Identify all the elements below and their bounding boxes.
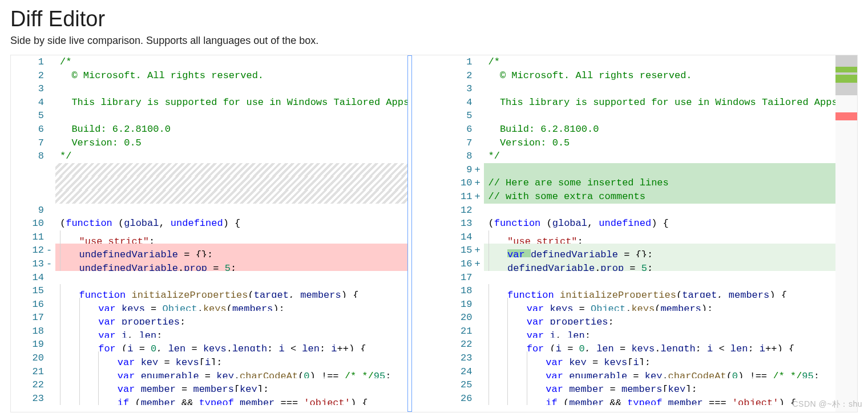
code-row[interactable]: 3 (11, 82, 407, 96)
code-row[interactable]: 19 var keys = Object.keys(members); (439, 298, 836, 311)
code-content[interactable]: /* (484, 55, 836, 69)
code-row[interactable]: 22 for (i = 0, len = keys.length; i < le… (439, 338, 836, 351)
code-content[interactable] (484, 82, 836, 96)
code-content[interactable]: for (i = 0, len = keys.length; i < len; … (484, 338, 836, 351)
code-content[interactable]: var i, len; (55, 325, 407, 338)
code-content[interactable] (55, 204, 407, 217)
code-row[interactable]: 13(function (global, undefined) { (439, 217, 836, 230)
code-row[interactable]: 16+ definedVariable.prop = 5; (439, 257, 836, 271)
code-content[interactable]: var keys = Object.keys(members); (55, 298, 407, 311)
diff-left-pane[interactable]: 1/*2 © Microsoft. All rights reserved.34… (11, 55, 407, 412)
code-row[interactable]: 8*/ (11, 149, 407, 163)
code-content[interactable]: var key = keys[i]; (484, 351, 836, 365)
code-row[interactable]: 15 function initializeProperties(target,… (11, 284, 407, 298)
diff-right-pane[interactable]: 1/*2 © Microsoft. All rights reserved.34… (439, 55, 836, 412)
code-row[interactable] (11, 176, 407, 190)
code-row[interactable]: 7 Version: 0.5 (439, 136, 836, 150)
code-content[interactable]: undefinedVariable.prop = 5; (55, 257, 407, 271)
code-row[interactable]: 16 var keys = Object.keys(members); (11, 298, 407, 311)
code-row[interactable]: 12 (439, 204, 836, 217)
code-content[interactable]: "use strict"; (55, 230, 407, 244)
left-scrollbar[interactable] (412, 55, 439, 412)
diff-overview-ruler[interactable] (835, 55, 857, 412)
code-content[interactable]: */ (484, 149, 836, 163)
code-row[interactable]: 5 (11, 109, 407, 123)
code-content[interactable]: var key = keys[i]; (55, 351, 407, 365)
code-row[interactable]: 15+ var definedVariable = {}; (439, 244, 836, 257)
code-content[interactable] (484, 204, 836, 217)
code-row[interactable]: 21 var enumerable = key.charCodeAt(0) !=… (11, 365, 407, 379)
code-content[interactable]: var enumerable = key.charCodeAt(0) !== /… (55, 365, 407, 379)
code-content[interactable]: Build: 6.2.8100.0 (484, 123, 836, 136)
code-row[interactable]: 1/* (11, 55, 407, 69)
code-row[interactable]: 14 "use strict"; (439, 230, 836, 244)
code-content[interactable] (55, 82, 407, 96)
code-row[interactable]: 6 Build: 6.2.8100.0 (11, 123, 407, 136)
code-row[interactable]: 18 var i, len; (11, 325, 407, 338)
code-row[interactable]: 11+// with some extra comments (439, 190, 836, 204)
code-row[interactable]: 3 (439, 82, 836, 96)
code-row[interactable]: 24 var enumerable = key.charCodeAt(0) !=… (439, 365, 836, 379)
code-content[interactable]: undefinedVariable = {}; (55, 244, 407, 257)
code-content[interactable]: This library is supported for use in Win… (55, 96, 407, 110)
code-content[interactable] (484, 109, 836, 123)
code-row[interactable]: 1/* (439, 55, 836, 69)
code-content[interactable]: var properties; (484, 311, 836, 325)
code-row[interactable]: 17 var properties; (11, 311, 407, 325)
code-content[interactable]: var properties; (55, 311, 407, 325)
code-row[interactable] (11, 190, 407, 204)
code-row[interactable]: 4 This library is supported for use in W… (439, 96, 836, 110)
code-row[interactable]: 17 (439, 271, 836, 285)
code-row[interactable]: 5 (439, 109, 836, 123)
code-content[interactable] (55, 176, 407, 190)
code-row[interactable]: 18 function initializeProperties(target,… (439, 284, 836, 298)
code-content[interactable] (55, 163, 407, 177)
code-content[interactable]: function initializeProperties(target, me… (484, 284, 836, 298)
code-row[interactable]: 20 var properties; (439, 311, 836, 325)
code-row[interactable]: 25 var member = members[key]; (439, 378, 836, 392)
code-content[interactable]: var enumerable = key.charCodeAt(0) !== /… (484, 365, 836, 379)
code-content[interactable]: definedVariable.prop = 5; (484, 257, 836, 271)
code-row[interactable]: 12- undefinedVariable = {}; (11, 244, 407, 257)
code-row[interactable]: 23 var key = keys[i]; (439, 351, 836, 365)
code-row[interactable]: 14 (11, 271, 407, 285)
code-row[interactable] (11, 163, 407, 177)
code-content[interactable]: /* (55, 55, 407, 69)
code-content[interactable]: for (i = 0, len = keys.length; i < len; … (55, 338, 407, 351)
code-row[interactable]: 10(function (global, undefined) { (11, 217, 407, 230)
code-row[interactable]: 9+ (439, 163, 836, 177)
code-content[interactable] (484, 163, 836, 177)
code-content[interactable]: if (member && typeof member === 'object'… (55, 392, 407, 406)
code-content[interactable]: "use strict"; (484, 230, 836, 244)
code-row[interactable]: 23 if (member && typeof member === 'obje… (11, 392, 407, 406)
splitter-handle[interactable] (407, 55, 412, 412)
code-content[interactable]: Version: 0.5 (484, 136, 836, 150)
code-content[interactable] (484, 271, 836, 285)
code-content[interactable]: function initializeProperties(target, me… (55, 284, 407, 298)
code-content[interactable]: if (member && typeof member === 'object'… (484, 392, 836, 406)
code-content[interactable]: var member = members[key]; (484, 378, 836, 392)
code-content[interactable] (55, 190, 407, 204)
code-row[interactable]: 13- undefinedVariable.prop = 5; (11, 257, 407, 271)
code-content[interactable]: // with some extra comments (484, 190, 836, 204)
code-content[interactable]: var keys = Object.keys(members); (484, 298, 836, 311)
code-row[interactable]: 26 if (member && typeof member === 'obje… (439, 392, 836, 406)
code-content[interactable]: (function (global, undefined) { (55, 217, 407, 230)
code-content[interactable]: var i, len; (484, 325, 836, 338)
code-row[interactable]: 10+// Here are some inserted lines (439, 176, 836, 190)
code-row[interactable]: 20 var key = keys[i]; (11, 351, 407, 365)
code-row[interactable]: 19 for (i = 0, len = keys.length; i < le… (11, 338, 407, 351)
code-content[interactable]: var definedVariable = {}; (484, 244, 836, 257)
code-row[interactable]: 4 This library is supported for use in W… (11, 96, 407, 110)
code-content[interactable]: // Here are some inserted lines (484, 176, 836, 190)
code-content[interactable]: */ (55, 149, 407, 163)
code-row[interactable]: 22 var member = members[key]; (11, 378, 407, 392)
diff-splitter[interactable] (407, 55, 439, 412)
code-content[interactable]: Version: 0.5 (55, 136, 407, 150)
code-row[interactable]: 2 © Microsoft. All rights reserved. (11, 69, 407, 83)
code-content[interactable] (55, 271, 407, 285)
code-row[interactable]: 7 Version: 0.5 (11, 136, 407, 150)
code-row[interactable]: 11 "use strict"; (11, 230, 407, 244)
code-row[interactable]: 6 Build: 6.2.8100.0 (439, 123, 836, 136)
code-content[interactable] (55, 109, 407, 123)
